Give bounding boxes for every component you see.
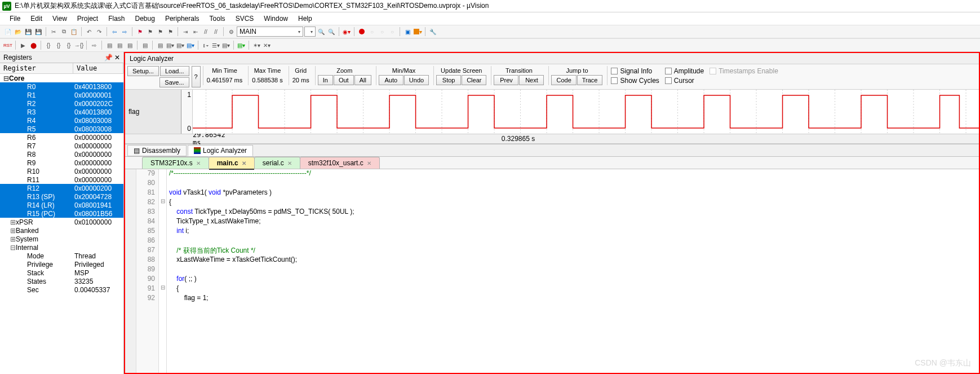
register-group[interactable]: ⊟ Internal	[0, 243, 123, 252]
setup-button[interactable]: Setup...	[127, 66, 159, 76]
register-row[interactable]: R00x40013800	[0, 82, 123, 91]
bookmark-prev-icon[interactable]: ⚑	[145, 27, 154, 36]
close-icon[interactable]: ✕	[242, 160, 246, 166]
register-row[interactable]: Sec0.00405337	[0, 285, 123, 294]
registers-window-icon[interactable]: ▤	[140, 41, 149, 50]
serial-windows-icon[interactable]: ▤▾	[186, 41, 195, 50]
fold-toggle[interactable]: ⊟	[159, 284, 166, 294]
file-tab[interactable]: main.c✕	[209, 157, 255, 169]
save-button[interactable]: Save...	[159, 77, 189, 87]
amplitude-checkbox[interactable]	[665, 68, 672, 74]
transition-prev-button[interactable]: Prev	[494, 75, 518, 85]
uncomment-icon[interactable]: //	[211, 27, 220, 36]
target-combo[interactable]: MAIN	[237, 27, 303, 37]
symbols-window-icon[interactable]: ▤	[125, 41, 134, 50]
window-layout-icon[interactable]: ▣	[403, 27, 412, 36]
redo-icon[interactable]: ↷	[95, 27, 104, 36]
code-editor[interactable]: 7980818283848586878889909192 ⊟⊟ /*------…	[125, 169, 979, 373]
memory-window-icon[interactable]: ▤▾	[176, 41, 185, 50]
zoom-in-button[interactable]: In	[318, 75, 333, 85]
code-lines[interactable]: /*--------------------------------------…	[167, 169, 979, 373]
watch-window-icon[interactable]: ▤▾	[166, 41, 175, 50]
register-row[interactable]: R100x00000000	[0, 167, 123, 175]
record-icon[interactable]	[357, 27, 366, 36]
register-row[interactable]: States33235	[0, 277, 123, 285]
register-row[interactable]: R70x00000000	[0, 142, 123, 150]
nav-back-icon[interactable]: ⇦	[110, 27, 119, 36]
waveform-area[interactable]: flag 1 0	[125, 90, 979, 134]
close-icon[interactable]: ✕	[196, 160, 201, 166]
file-tab[interactable]: stm32f10x_usart.c✕	[300, 157, 380, 169]
run-to-cursor-icon[interactable]: →{}	[74, 41, 83, 50]
search-combo[interactable]	[304, 27, 316, 37]
options-icon[interactable]: 🔧	[428, 27, 437, 36]
register-group[interactable]: ⊞ Banked	[0, 226, 123, 235]
pause-record-icon[interactable]: ○	[378, 27, 387, 36]
menu-svcs[interactable]: SVCS	[230, 14, 259, 24]
debug-settings-icon[interactable]: ✶▾	[252, 41, 261, 50]
step-over-icon[interactable]: {}	[54, 41, 63, 50]
undo-icon[interactable]: ↶	[85, 27, 94, 36]
stop-icon[interactable]: ⬤	[29, 41, 38, 50]
menu-debug[interactable]: Debug	[130, 14, 160, 24]
register-group[interactable]: ⊞ System	[0, 235, 123, 243]
update-stop-button[interactable]: Stop	[436, 75, 461, 85]
bookmark-clear-icon[interactable]: ⚑	[166, 27, 175, 36]
debug-config-icon[interactable]: ◉▾	[342, 27, 351, 36]
show-cycles-checkbox[interactable]	[611, 77, 618, 84]
menu-view[interactable]: View	[47, 14, 72, 24]
cut-icon[interactable]: ✂	[49, 27, 58, 36]
paste-icon[interactable]: 📋	[69, 27, 78, 36]
transition-next-button[interactable]: Next	[519, 75, 544, 85]
menu-flash[interactable]: Flash	[103, 14, 130, 24]
build-icon[interactable]: ⚙	[227, 27, 236, 36]
menu-help[interactable]: Help	[293, 14, 317, 24]
command-window-icon[interactable]: ▤	[105, 41, 114, 50]
register-row[interactable]: R60x00000000	[0, 133, 123, 142]
cursor-checkbox[interactable]	[665, 77, 672, 84]
register-row[interactable]: R40x08003008	[0, 116, 123, 125]
show-next-statement-icon[interactable]: ⇨	[90, 41, 99, 50]
step-into-icon[interactable]: {}	[44, 41, 53, 50]
register-row[interactable]: R13 (SP)0x20004728	[0, 192, 123, 201]
register-row[interactable]: R20x0000202C	[0, 99, 123, 108]
register-row[interactable]: StackMSP	[0, 269, 123, 277]
reset-icon[interactable]: RST	[3, 41, 12, 50]
record-settings-icon[interactable]: ○	[388, 27, 397, 36]
copy-icon[interactable]: ⧉	[59, 27, 68, 36]
menu-file[interactable]: File	[5, 14, 25, 24]
load-button[interactable]: Load...	[160, 66, 189, 76]
debug-tools-icon[interactable]: ✕▾	[262, 41, 271, 50]
bookmark-next-icon[interactable]: ⚑	[156, 27, 165, 36]
menu-peripherals[interactable]: Peripherals	[160, 14, 205, 24]
step-out-icon[interactable]: {}	[64, 41, 73, 50]
new-file-icon[interactable]: 📄	[3, 27, 12, 36]
disassembly-window-icon[interactable]: ▤	[115, 41, 124, 50]
call-stack-window-icon[interactable]: ▤	[156, 41, 165, 50]
register-group[interactable]: ⊞ xPSR0x01000000	[0, 218, 123, 226]
register-row[interactable]: R50x08003008	[0, 125, 123, 133]
menu-tools[interactable]: Tools	[205, 14, 230, 24]
minmax-auto-button[interactable]: Auto	[379, 75, 403, 85]
signal-info-checkbox[interactable]	[611, 68, 618, 74]
zoom-out-button[interactable]: Out	[334, 75, 354, 85]
system-viewer-icon[interactable]: ▤▾	[221, 41, 230, 50]
register-row[interactable]: R15 (PC)0x08001B56	[0, 209, 123, 218]
tab-logic-analyzer[interactable]: Logic Analyzer	[188, 145, 253, 156]
breakpoint-gutter[interactable]	[125, 169, 136, 373]
minmax-undo-button[interactable]: Undo	[404, 75, 429, 85]
pin-icon[interactable]: 📌	[104, 54, 113, 61]
waveform-canvas[interactable]	[193, 90, 979, 134]
fold-gutter[interactable]: ⊟⊟	[159, 169, 167, 373]
find-icon[interactable]: 🔍	[317, 27, 326, 36]
update-clear-button[interactable]: Clear	[462, 75, 486, 85]
register-row[interactable]: R14 (LR)0x08001941	[0, 201, 123, 209]
jump-trace-button[interactable]: Trace	[577, 75, 603, 85]
fold-toggle[interactable]: ⊟	[159, 198, 166, 208]
analysis-windows-icon[interactable]: ⫾▾	[201, 41, 210, 50]
outdent-icon[interactable]: ⇤	[191, 27, 200, 36]
find-in-files-icon[interactable]: 🔍	[327, 27, 336, 36]
save-icon[interactable]: 💾	[24, 27, 33, 36]
jump-code-button[interactable]: Code	[551, 75, 576, 85]
menu-edit[interactable]: Edit	[25, 14, 47, 24]
